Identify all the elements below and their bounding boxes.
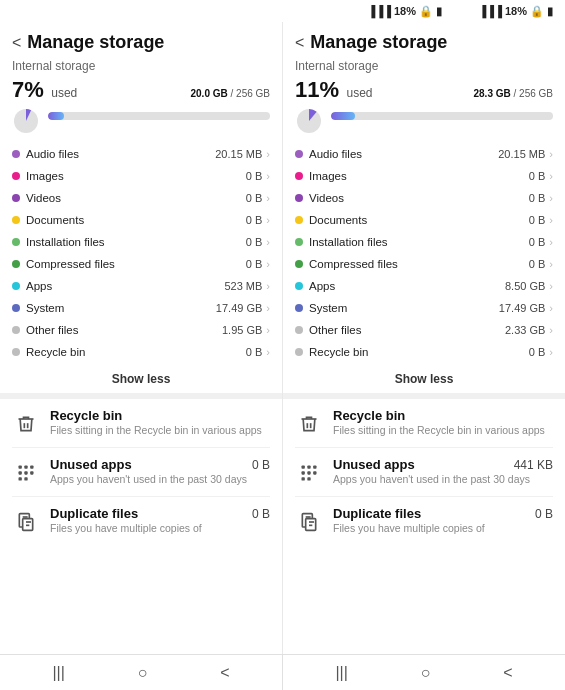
show-less-btn-0[interactable]: Show less <box>112 372 171 386</box>
dot-0-2 <box>12 194 20 202</box>
item-name-1-4: Installation files <box>309 236 529 248</box>
chevron-right-icon-0-1: › <box>266 170 270 182</box>
storage-item-0-7[interactable]: System 17.49 GB › <box>12 297 270 319</box>
nav-home-right[interactable]: ○ <box>413 660 439 686</box>
apps-icon-0-1 <box>16 463 36 483</box>
storage-item-1-2[interactable]: Videos 0 B › <box>295 187 553 209</box>
files-icon-1-2 <box>299 512 319 532</box>
storage-item-1-3[interactable]: Documents 0 B › <box>295 209 553 231</box>
nav-panel-left: ||| ○ < <box>0 655 283 690</box>
dot-0-3 <box>12 216 20 224</box>
bottom-sections-1: Recycle bin Files sitting in the Recycle… <box>283 399 565 545</box>
nav-bar: ||| ○ < ||| ○ < <box>0 654 565 690</box>
pie-container-1 <box>295 107 553 135</box>
bottom-size-0-1: 0 B <box>252 458 270 472</box>
bottom-item-1-2[interactable]: Duplicate files 0 B Files you have multi… <box>295 497 553 545</box>
storage-item-0-3[interactable]: Documents 0 B › <box>12 209 270 231</box>
back-button-0[interactable]: < <box>12 34 21 52</box>
chevron-right-icon-1-5: › <box>549 258 553 270</box>
nav-recents-left[interactable]: ||| <box>44 660 72 686</box>
bottom-item-0-2[interactable]: Duplicate files 0 B Files you have multi… <box>12 497 270 545</box>
storage-section-1: Internal storage 11% used 28.3 GB / 256 … <box>283 59 565 135</box>
chevron-right-icon-0-2: › <box>266 192 270 204</box>
dot-1-9 <box>295 348 303 356</box>
svg-rect-5 <box>24 471 27 474</box>
svg-rect-15 <box>302 471 305 474</box>
bottom-title-row-1-0: Recycle bin <box>333 408 553 423</box>
bottom-item-1-1[interactable]: Unused apps 441 KB Apps you haven't used… <box>295 448 553 497</box>
internal-storage-label-0: Internal storage <box>12 59 270 73</box>
nav-back-left[interactable]: < <box>212 660 237 686</box>
item-size-0-6: 523 MB <box>224 280 262 292</box>
item-name-1-1: Images <box>309 170 529 182</box>
pie-chart-1 <box>295 107 323 135</box>
chevron-right-icon-0-8: › <box>266 324 270 336</box>
nav-recents-right[interactable]: ||| <box>327 660 355 686</box>
storage-item-0-9[interactable]: Recycle bin 0 B › <box>12 341 270 363</box>
storage-item-0-2[interactable]: Videos 0 B › <box>12 187 270 209</box>
chevron-right-icon-0-4: › <box>266 236 270 248</box>
item-name-1-6: Apps <box>309 280 505 292</box>
bottom-icon-1-0 <box>295 410 323 438</box>
storage-percent-0: 7% used <box>12 77 77 103</box>
bottom-item-0-0[interactable]: Recycle bin Files sitting in the Recycle… <box>12 399 270 448</box>
bottom-desc-0-0: Files sitting in the Recycle bin in vari… <box>50 424 270 436</box>
storage-item-0-4[interactable]: Installation files 0 B › <box>12 231 270 253</box>
bottom-text-0-0: Recycle bin Files sitting in the Recycle… <box>50 408 270 436</box>
storage-item-0-6[interactable]: Apps 523 MB › <box>12 275 270 297</box>
bottom-icon-0-1 <box>12 459 40 487</box>
storage-item-1-6[interactable]: Apps 8.50 GB › <box>295 275 553 297</box>
item-size-0-5: 0 B <box>246 258 263 270</box>
item-name-0-2: Videos <box>26 192 246 204</box>
storage-item-0-0[interactable]: Audio files 20.15 MB › <box>12 143 270 165</box>
storage-item-1-1[interactable]: Images 0 B › <box>295 165 553 187</box>
storage-detail-1: 28.3 GB / 256 GB <box>474 88 554 99</box>
svg-rect-17 <box>313 471 316 474</box>
storage-items-1: Audio files 20.15 MB › Images 0 B › Vide… <box>283 143 565 363</box>
item-size-1-8: 2.33 GB <box>505 324 545 336</box>
bottom-title-0-2: Duplicate files <box>50 506 138 521</box>
storage-bar-fill-1 <box>331 112 355 120</box>
chevron-right-icon-1-8: › <box>549 324 553 336</box>
storage-item-1-8[interactable]: Other files 2.33 GB › <box>295 319 553 341</box>
storage-item-0-1[interactable]: Images 0 B › <box>12 165 270 187</box>
nav-home-left[interactable]: ○ <box>130 660 156 686</box>
item-name-0-8: Other files <box>26 324 222 336</box>
chevron-right-icon-0-6: › <box>266 280 270 292</box>
bottom-item-0-1[interactable]: Unused apps 0 B Apps you haven't used in… <box>12 448 270 497</box>
storage-item-0-5[interactable]: Compressed files 0 B › <box>12 253 270 275</box>
nav-back-right[interactable]: < <box>495 660 520 686</box>
storage-item-1-7[interactable]: System 17.49 GB › <box>295 297 553 319</box>
signal-icon: ▐▐▐ <box>368 5 391 17</box>
dot-1-4 <box>295 238 303 246</box>
storage-item-1-5[interactable]: Compressed files 0 B › <box>295 253 553 275</box>
dot-0-0 <box>12 150 20 158</box>
back-button-1[interactable]: < <box>295 34 304 52</box>
chevron-right-icon-1-6: › <box>549 280 553 292</box>
storage-item-1-9[interactable]: Recycle bin 0 B › <box>295 341 553 363</box>
item-name-0-0: Audio files <box>26 148 215 160</box>
storage-item-1-4[interactable]: Installation files 0 B › <box>295 231 553 253</box>
svg-rect-8 <box>24 477 27 480</box>
chevron-right-icon-1-9: › <box>549 346 553 358</box>
bottom-icon-0-0 <box>12 410 40 438</box>
bottom-item-1-0[interactable]: Recycle bin Files sitting in the Recycle… <box>295 399 553 448</box>
dot-1-0 <box>295 150 303 158</box>
bottom-title-1-2: Duplicate files <box>333 506 421 521</box>
bottom-icon-0-2 <box>12 508 40 536</box>
bottom-text-1-0: Recycle bin Files sitting in the Recycle… <box>333 408 553 436</box>
bottom-text-0-1: Unused apps 0 B Apps you haven't used in… <box>50 457 270 485</box>
item-name-0-7: System <box>26 302 216 314</box>
item-size-0-3: 0 B <box>246 214 263 226</box>
trash-icon-1-0 <box>299 414 319 434</box>
storage-item-1-0[interactable]: Audio files 20.15 MB › <box>295 143 553 165</box>
storage-item-0-8[interactable]: Other files 1.95 GB › <box>12 319 270 341</box>
item-size-1-2: 0 B <box>529 192 546 204</box>
item-size-0-9: 0 B <box>246 346 263 358</box>
panel-header-0: < Manage storage <box>0 22 282 59</box>
chevron-right-icon-1-4: › <box>549 236 553 248</box>
bottom-text-0-2: Duplicate files 0 B Files you have multi… <box>50 506 270 534</box>
dot-1-5 <box>295 260 303 268</box>
bottom-title-row-1-1: Unused apps 441 KB <box>333 457 553 472</box>
show-less-btn-1[interactable]: Show less <box>395 372 454 386</box>
